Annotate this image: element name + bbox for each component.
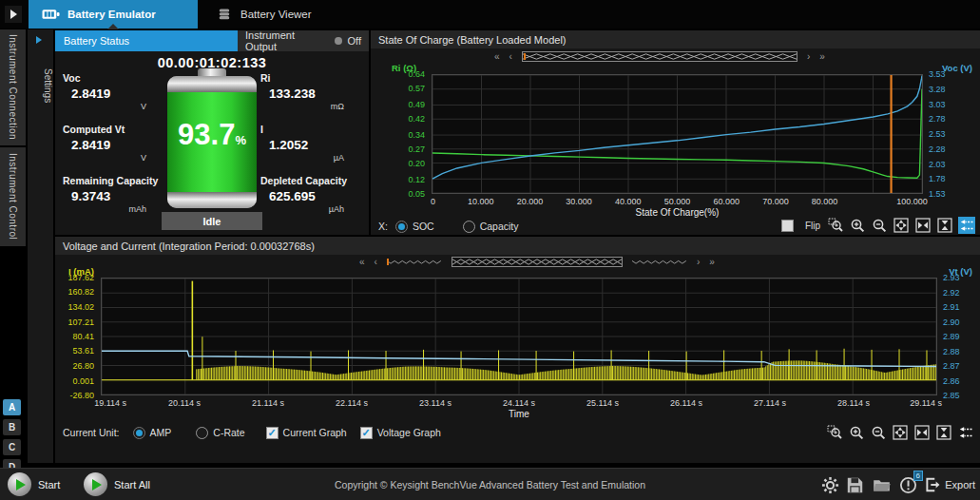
radio-soc-circle[interactable] [395,221,408,233]
pan-fast-forward-button[interactable]: » [819,52,825,62]
channel-button-c[interactable]: C [3,439,21,455]
soc-chart-toolbar-row: Flip [781,216,975,235]
fit-height-icon[interactable] [936,217,953,234]
sidebar-item-instrument-control[interactable]: Instrument Control [0,147,26,246]
pan-back-button[interactable]: ‹ [375,258,377,267]
active-tab-pointer [107,24,119,29]
current-graph-checkbox-group[interactable]: ✓ Current Graph [266,427,347,439]
voltage-graph-label: Voltage Graph [377,427,441,438]
soc-left-axis-ticks: 0.640.570.490.420.340.270.200.120.05 [371,74,428,194]
soc-panel-title: State Of Charge (Battery Loaded Model) [371,30,980,48]
metric-remaining-capacity: Remaining Capacity 9.3743 mAh [63,175,167,214]
zoom-in-icon[interactable] [849,217,866,234]
radio-amp[interactable]: AMP [133,427,172,439]
axis-tick-label: 25.114 s [586,398,619,408]
alert-button[interactable]: 6 [899,476,917,494]
axis-tick-label: 0.42 [408,114,425,124]
pan-overview-box[interactable] [452,257,623,267]
current-graph-checkbox[interactable]: ✓ [266,427,279,439]
export-icon [924,476,941,493]
track-icon[interactable] [958,217,975,234]
zoom-out-icon[interactable] [870,424,887,441]
metric-value: 2.8419 [63,138,167,152]
tab-battery-viewer-label: Battery Viewer [240,9,312,20]
folder-icon[interactable] [873,476,891,494]
vc-chart-plot[interactable] [101,278,937,395]
top-tab-bar: Battery Emulator Battery Viewer [0,0,980,29]
gear-icon[interactable] [821,476,839,494]
fit-all-icon[interactable] [892,424,909,441]
channel-button-b[interactable]: B [3,419,21,435]
axis-tick-label: 24.114 s [503,398,535,408]
expand-arrow-icon [10,10,17,19]
axis-tick-label: 23.114 s [419,398,452,408]
channel-a-label: A [9,402,15,413]
flip-label: Flip [805,221,820,231]
metric-computed-vt: Computed Vt 2.8419 V [63,124,167,163]
axis-tick-label: 2.90 [943,317,960,327]
axis-tick-label: 2.92 [943,288,960,298]
pan-fast-forward-button[interactable]: » [709,258,715,267]
metric-label: Depleted Capacity [260,175,365,186]
soc-x-axis-ticks: 010.00020.00030.00040.00050.00060.00070.… [432,197,923,207]
settings-expander[interactable]: Settings [28,29,53,463]
fit-all-icon[interactable] [893,217,910,234]
vc-panel-title: Voltage and Current (Integration Period:… [55,237,980,255]
pan-rewind-button[interactable]: « [359,258,365,267]
tab-battery-emulator[interactable]: Battery Emulator [29,0,198,29]
track-icon[interactable] [957,424,974,441]
axis-tick-label: 2.86 [943,376,960,386]
radio-crate[interactable]: C-Rate [196,427,244,439]
pan-overview-box[interactable] [522,51,797,62]
region-zoom-icon[interactable] [826,424,843,441]
metric-value: 625.695 [260,189,365,203]
tab-battery-status[interactable]: Battery Status [55,30,238,51]
fit-height-icon[interactable] [935,424,952,441]
pan-position-marker [387,259,389,265]
axis-tick-label: 28.114 s [837,398,870,408]
radio-capacity-circle[interactable] [463,221,475,233]
tab-battery-viewer[interactable]: Battery Viewer [202,0,325,29]
pan-rewind-button[interactable]: « [494,52,500,62]
metric-value: 1.2052 [260,138,365,152]
radio-soc[interactable]: SOC [395,221,434,233]
pan-forward-button[interactable]: › [697,258,700,267]
instrument-connection-label: Instrument Connection [8,34,18,140]
axis-tick-label: 0.001 [72,376,94,386]
voltage-graph-checkbox-group[interactable]: ✓ Voltage Graph [360,427,441,439]
axis-tick-label: 2.85 [943,391,960,400]
zoom-in-icon[interactable] [848,424,865,441]
zoom-out-icon[interactable] [871,217,888,234]
sidebar-expand-button[interactable] [5,6,22,23]
fit-width-icon[interactable] [914,217,932,234]
export-button[interactable]: Export [924,476,975,493]
radio-amp-circle[interactable] [133,427,145,439]
radio-capacity[interactable]: Capacity [463,221,519,233]
pan-forward-button[interactable]: › [807,52,810,62]
axis-tick-label: 80.000 [812,197,838,206]
metric-unit: V [63,102,167,111]
metric-current: I 1.2052 µA [260,124,365,163]
soc-chart-plot[interactable] [432,74,923,194]
metrics-column-right: Ri 133.238 mΩ I 1.2052 µA Depleted Capac… [260,72,365,226]
region-zoom-icon[interactable] [827,217,844,234]
radio-crate-circle[interactable] [196,427,208,439]
axis-tick-label: 2.53 [929,129,946,139]
pan-back-button[interactable]: ‹ [509,52,512,62]
sidebar-item-instrument-connection[interactable]: Instrument Connection [0,29,26,145]
tab-instrument-output[interactable]: Instrument Output Off [238,30,369,51]
flip-checkbox[interactable] [781,220,794,232]
fit-width-icon[interactable] [913,424,931,441]
voltage-graph-checkbox[interactable]: ✓ [360,427,373,439]
vc-left-axis-ticks: 187.62160.82134.02107.2180.4153.6126.800… [55,278,97,395]
soc-x-mode-controls: X: SOC Capacity [378,218,519,235]
vc-pan-bar: « ‹ › » [359,256,715,268]
vc-chart-toolbar [826,424,974,441]
channel-button-a[interactable]: A [3,399,21,415]
output-state-indicator [335,37,341,45]
settings-expand-arrow-icon [36,36,42,44]
channel-c-label: C [9,442,15,452]
save-icon[interactable] [846,476,864,494]
axis-tick-label: 21.114 s [252,398,284,408]
soc-pan-bar: « ‹ › » [494,50,825,63]
